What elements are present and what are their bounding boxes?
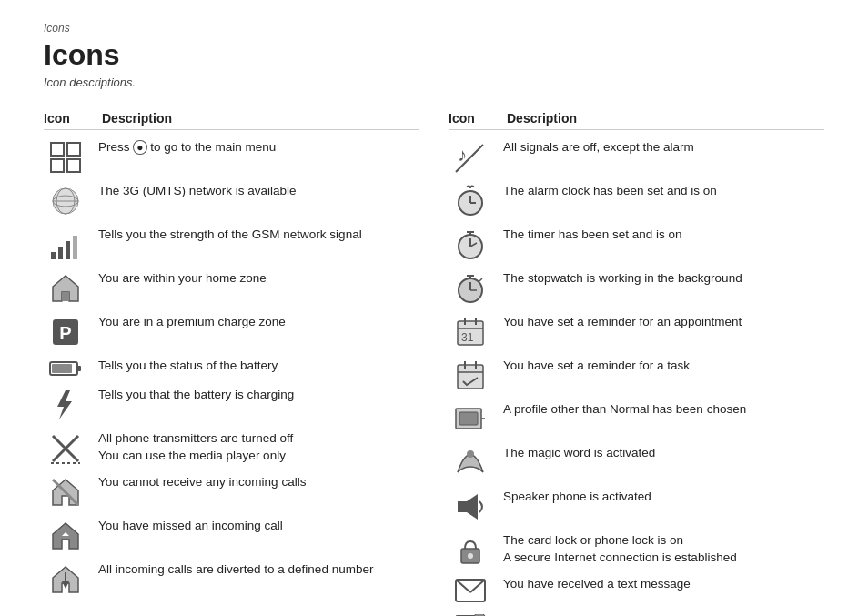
text-message-desc: You have received a text message bbox=[503, 576, 824, 593]
stopwatch-background-desc: The stopwatch is working in the backgrou… bbox=[503, 270, 824, 288]
svg-line-64 bbox=[456, 580, 470, 592]
list-item: The card lock or phone lock is onA secur… bbox=[449, 532, 824, 567]
svg-point-62 bbox=[468, 553, 473, 559]
missed-call-desc: You have missed an incoming call bbox=[98, 518, 419, 535]
profile-chosen-icon bbox=[449, 401, 492, 436]
svg-rect-59 bbox=[458, 501, 467, 512]
3g-network-icon bbox=[44, 183, 87, 217]
right-col-header: Icon Description bbox=[449, 111, 824, 130]
svg-rect-56 bbox=[459, 412, 478, 425]
diverted-calls-icon bbox=[44, 561, 87, 596]
email-message-desc: You have received an email message bbox=[503, 612, 824, 616]
svg-rect-0 bbox=[51, 143, 64, 156]
list-item: Press ● to go to the main menu bbox=[44, 139, 419, 174]
list-item: All phone transmitters are turned offYou… bbox=[44, 430, 419, 465]
timer-set-desc: The timer has been set and is on bbox=[503, 227, 824, 244]
alarm-clock-set-icon bbox=[449, 183, 492, 217]
gsm-signal-desc: Tells you the strength of the GSM networ… bbox=[98, 227, 419, 244]
premium-zone-icon: P bbox=[44, 314, 87, 348]
magic-word-desc: The magic word is activated bbox=[503, 445, 824, 462]
main-menu-desc: Press ● to go to the main menu bbox=[98, 139, 419, 157]
svg-marker-60 bbox=[467, 494, 478, 520]
missed-call-icon bbox=[44, 518, 87, 552]
list-item: The 3G (UMTS) network is available bbox=[44, 183, 419, 217]
text-message-icon bbox=[449, 576, 492, 603]
email-message-icon: @ bbox=[449, 612, 492, 616]
list-item: P You are in a premium charge zone bbox=[44, 314, 419, 348]
section-label: Icons bbox=[44, 22, 824, 35]
list-item: The magic word is activated bbox=[449, 445, 824, 480]
card-lock-desc: The card lock or phone lock is onA secur… bbox=[503, 532, 824, 567]
battery-status-desc: Tells you the status of the battery bbox=[98, 358, 419, 375]
list-item: Tells you the status of the battery bbox=[44, 358, 419, 378]
card-lock-icon bbox=[449, 532, 492, 567]
list-item: You have set a reminder for a task bbox=[449, 358, 824, 392]
list-item: The stopwatch is working in the backgrou… bbox=[449, 270, 824, 305]
list-item: All incoming calls are diverted to a def… bbox=[44, 561, 419, 596]
right-column: Icon Description ♪ All signals are off, … bbox=[449, 111, 824, 616]
home-zone-icon bbox=[44, 270, 87, 305]
premium-zone-desc: You are in a premium charge zone bbox=[98, 314, 419, 331]
signals-off-except-alarm-desc: All signals are off, except the alarm bbox=[503, 139, 824, 157]
reminder-task-desc: You have set a reminder for a task bbox=[503, 358, 824, 375]
svg-rect-1 bbox=[67, 143, 80, 156]
svg-rect-17 bbox=[77, 366, 81, 371]
right-header-desc-label: Description bbox=[507, 111, 577, 126]
stopwatch-background-icon bbox=[449, 270, 492, 305]
svg-line-65 bbox=[470, 580, 485, 592]
page-subtitle: Icon descriptions. bbox=[44, 76, 824, 89]
magic-word-icon bbox=[449, 445, 492, 480]
svg-point-58 bbox=[467, 450, 474, 458]
svg-rect-8 bbox=[51, 252, 56, 259]
signals-off-except-alarm-icon: ♪ bbox=[449, 139, 492, 174]
reminder-task-icon bbox=[449, 358, 492, 392]
battery-charging-icon bbox=[44, 387, 87, 421]
reminder-appointment-desc: You have set a reminder for an appointme… bbox=[503, 314, 824, 331]
svg-rect-9 bbox=[58, 247, 63, 259]
alarm-clock-set-desc: The alarm clock has been set and is on bbox=[503, 183, 824, 200]
left-header-desc-label: Description bbox=[102, 111, 172, 126]
3g-network-desc: The 3G (UMTS) network is available bbox=[98, 183, 419, 200]
main-menu-icon bbox=[44, 139, 87, 174]
list-item: A profile other than Normal has been cho… bbox=[449, 401, 824, 436]
list-item: The timer has been set and is on bbox=[449, 227, 824, 261]
svg-marker-19 bbox=[57, 390, 72, 419]
list-item: You have received a text message bbox=[449, 576, 824, 603]
list-item: The alarm clock has been set and is on bbox=[449, 183, 824, 217]
gsm-signal-icon bbox=[44, 227, 87, 261]
list-item: Tells you the strength of the GSM networ… bbox=[44, 227, 419, 261]
list-item: ♪ All signals are off, except the alarm bbox=[449, 139, 824, 174]
svg-rect-10 bbox=[66, 241, 70, 259]
svg-rect-11 bbox=[73, 236, 77, 259]
transmitters-off-icon bbox=[44, 430, 87, 465]
svg-line-45 bbox=[479, 278, 482, 281]
list-item: You are within your home zone bbox=[44, 270, 419, 305]
svg-rect-3 bbox=[67, 159, 80, 172]
svg-text:31: 31 bbox=[461, 331, 474, 344]
list-item: Speaker phone is activated bbox=[449, 489, 824, 523]
diverted-calls-desc: All incoming calls are diverted to a def… bbox=[98, 561, 419, 579]
page-container: Icons Icons Icon descriptions. Icon Desc… bbox=[0, 0, 868, 616]
reminder-appointment-icon: 31 bbox=[449, 314, 492, 348]
svg-rect-18 bbox=[52, 364, 72, 373]
battery-status-icon bbox=[44, 358, 87, 378]
list-item: You have missed an incoming call bbox=[44, 518, 419, 552]
no-incoming-calls-desc: You cannot receive any incoming calls bbox=[98, 474, 419, 491]
right-header-icon-label: Icon bbox=[449, 111, 492, 126]
left-column: Icon Description Press ● to go to the ma… bbox=[44, 111, 419, 616]
svg-marker-29 bbox=[62, 581, 69, 589]
speaker-phone-icon bbox=[449, 489, 492, 523]
list-item: @ You have received an email message bbox=[449, 612, 824, 616]
svg-rect-51 bbox=[458, 365, 483, 389]
svg-rect-13 bbox=[62, 292, 69, 301]
list-item: 31 You have set a reminder for an appoin… bbox=[449, 314, 824, 348]
page-title: Icons bbox=[44, 38, 824, 72]
transmitters-off-desc: All phone transmitters are turned offYou… bbox=[98, 430, 419, 465]
svg-text:P: P bbox=[59, 323, 71, 343]
timer-set-icon bbox=[449, 227, 492, 261]
home-zone-desc: You are within your home zone bbox=[98, 270, 419, 288]
speaker-phone-desc: Speaker phone is activated bbox=[503, 489, 824, 506]
left-header-icon-label: Icon bbox=[44, 111, 87, 126]
no-incoming-calls-icon bbox=[44, 474, 87, 509]
list-item: Tells you that the battery is charging bbox=[44, 387, 419, 421]
